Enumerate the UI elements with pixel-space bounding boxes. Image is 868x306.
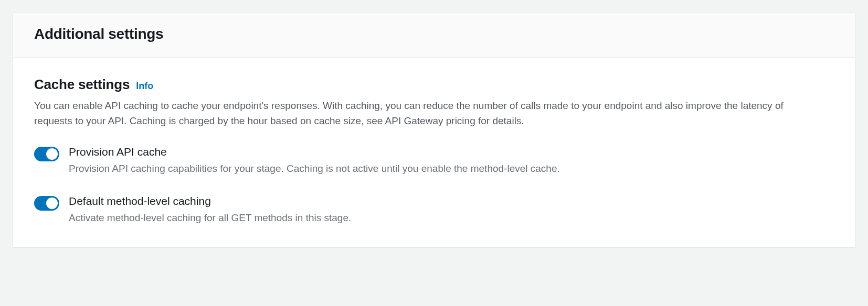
provision-api-cache-row: Provision API cache Provision API cachin… bbox=[34, 146, 834, 177]
default-method-level-caching-toggle[interactable] bbox=[34, 196, 59, 211]
panel-body: Cache settings Info You can enable API c… bbox=[13, 58, 855, 247]
info-link[interactable]: Info bbox=[136, 81, 153, 92]
cache-settings-title: Cache settings bbox=[34, 76, 130, 93]
default-method-level-caching-content: Default method-level caching Activate me… bbox=[69, 195, 834, 226]
default-method-level-caching-label: Default method-level caching bbox=[69, 195, 834, 207]
additional-settings-panel: Additional settings Cache settings Info … bbox=[13, 13, 855, 247]
provision-api-cache-help: Provision API caching capabilities for y… bbox=[69, 161, 834, 177]
provision-api-cache-toggle[interactable] bbox=[34, 147, 59, 161]
default-method-level-caching-help: Activate method-level caching for all GE… bbox=[69, 211, 834, 226]
panel-header: Additional settings bbox=[13, 13, 855, 58]
panel-title: Additional settings bbox=[34, 26, 834, 42]
provision-api-cache-content: Provision API cache Provision API cachin… bbox=[69, 146, 834, 177]
toggle-knob-icon bbox=[46, 148, 58, 160]
cache-settings-description: You can enable API caching to cache your… bbox=[34, 98, 790, 129]
toggle-knob-icon bbox=[46, 198, 58, 209]
cache-settings-header-row: Cache settings Info bbox=[34, 76, 834, 93]
default-method-level-caching-row: Default method-level caching Activate me… bbox=[34, 195, 834, 226]
provision-api-cache-label: Provision API cache bbox=[69, 146, 834, 158]
